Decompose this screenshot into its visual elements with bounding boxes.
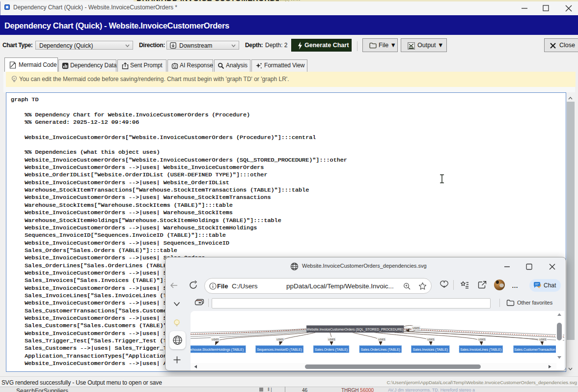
svg-text:uses: uses <box>478 337 486 341</box>
svg-text:Sequences.InvoiceID (TABLE): Sequences.InvoiceID (TABLE) <box>257 348 302 352</box>
svg-text:uses: uses <box>328 337 335 341</box>
svg-text:Sales.Orders (TABLE): Sales.Orders (TABLE) <box>315 348 348 352</box>
svg-text:uses: uses <box>276 337 284 341</box>
svg-text:Website.InvoiceCustomerOrders: Website.InvoiceCustomerOrders (SQL_STORE… <box>306 328 403 332</box>
svg-text:uses: uses <box>378 337 385 341</box>
svg-text:Sales.InvoiceLines (TABLE): Sales.InvoiceLines (TABLE) <box>460 348 501 352</box>
svg-text:uses: uses <box>427 337 435 341</box>
svg-text:Sales.Invoices (TABLE): Sales.Invoices (TABLE) <box>413 348 448 352</box>
svg-text:uses: uses <box>413 326 420 330</box>
svg-text:Sales.CustomerTransaction: Sales.CustomerTransaction <box>514 348 555 351</box>
svg-text:Sales.OrderLines (TABLE): Sales.OrderLines (TABLE) <box>361 348 400 352</box>
svg-text:uses: uses <box>539 337 547 341</box>
svg-text:uses: uses <box>212 337 219 341</box>
svg-text:arehouse.StockItemHoldings (TA: arehouse.StockItemHoldings (TABLE) <box>191 348 244 352</box>
